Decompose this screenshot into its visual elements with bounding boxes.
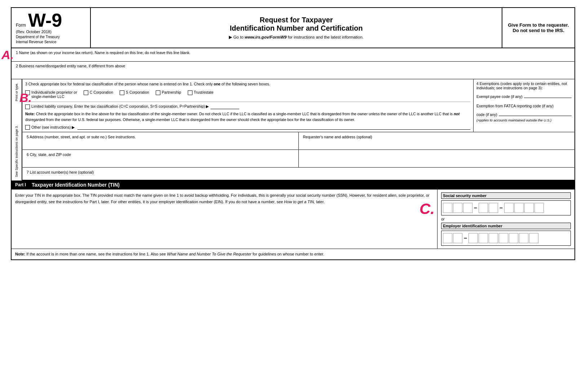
ssn-cell-4[interactable] [479, 203, 488, 213]
part1-note: Note: If the account is in more than one… [12, 249, 574, 259]
ein-cell-3[interactable] [469, 233, 478, 243]
llc-input[interactable] [210, 104, 239, 109]
fatca-label: Exemption from FATCA reporting code (if … [476, 104, 572, 108]
note-body: Check the appropriate box in the line ab… [36, 112, 453, 116]
form-w9: Form W-9 (Rev. October 2018) Department … [11, 7, 575, 260]
part1-what-name: What Name and Number To Give the Request… [167, 252, 251, 256]
city-row: 6 City, state, and ZIP code [22, 150, 574, 168]
part1-title: Taxpayer Identification Number (TIN) [32, 182, 120, 188]
checkbox-llc-box[interactable] [25, 104, 30, 109]
checkbox-c-corp-box[interactable] [84, 90, 88, 95]
note-body2: disregarded from the owner for U.S. fede… [25, 117, 355, 122]
header-center: Request for Taxpayer Identification Numb… [91, 8, 502, 48]
dept-info: Department of the Treasury Internal Reve… [16, 35, 86, 45]
ein-cell-4[interactable] [479, 233, 488, 243]
ssn-dash-1: – [474, 205, 477, 211]
note-label: Note: [25, 112, 35, 116]
ssn-cell-3[interactable] [463, 203, 472, 213]
form-id-section: Form W-9 (Rev. October 2018) Department … [12, 8, 91, 48]
checkbox-trust-label: Trust/estate [194, 90, 214, 94]
go-to-suffix: for instructions and the latest informat… [288, 35, 363, 39]
checkbox-partnership: Partnership [156, 90, 181, 95]
field3-header: 3 Check appropriate box for federal tax … [25, 82, 213, 86]
ssn-cell-2[interactable] [453, 203, 462, 213]
section4: 4 Exemptions (codes apply only to certai… [474, 79, 574, 132]
give-form-text: Give Form to the requester. Do not send … [502, 8, 574, 48]
code-if-any: code (if any) [476, 112, 497, 117]
part1-note-text2: for guidelines on whose number to enter. [253, 252, 324, 256]
ssn-group2 [479, 203, 498, 213]
field5-left: 5 Address (number, street, and apt. or s… [22, 132, 299, 150]
ssn-cell-8[interactable] [524, 203, 534, 213]
field1-row: 1 Name (as shown on your income tax retu… [12, 48, 574, 62]
part1-body-text: Enter your TIN in the appropriate box. T… [15, 193, 429, 204]
go-to-url: www.irs.gov/FormW9 [245, 35, 287, 39]
sections-3-4: B. 3 Check appropriate box for federal t… [22, 79, 574, 132]
dept-line1: Department of the Treasury [16, 35, 86, 40]
go-to-prefix: ▶ Go to [229, 35, 243, 39]
ein-group1 [443, 233, 462, 243]
ein-cell-8[interactable] [519, 233, 528, 243]
ssn-cell-1[interactable] [443, 203, 452, 213]
field6-label: 6 City, state, and ZIP code [25, 151, 296, 157]
note-not: not [454, 112, 460, 116]
main-subtitle: Identification Number and Certification [230, 24, 363, 32]
other-input[interactable] [77, 125, 470, 130]
ssn-dash-2: – [500, 205, 503, 211]
ein-cell-1[interactable] [443, 233, 452, 243]
ein-cell-6[interactable] [499, 233, 508, 243]
annotation-B-letter: B. [19, 91, 32, 105]
exempt-payee-label: Exempt payee code (if any) [476, 94, 523, 99]
section3: 3 Check appropriate box for federal tax … [22, 79, 474, 132]
checkbox-trust-box[interactable] [188, 90, 192, 95]
main-content: B. 3 Check appropriate box for federal t… [22, 79, 574, 181]
section34-outer: Print or type. See Specific Instructions… [12, 79, 574, 181]
applies-note: (Applies to accounts maintained outside … [476, 118, 572, 122]
checkbox-other-box[interactable] [25, 125, 30, 130]
address-row: 5 Address (number, street, and apt. or s… [22, 132, 574, 150]
field5-right: Requester's name and address (optional) [299, 132, 575, 150]
ssn-cell-7[interactable] [514, 203, 524, 213]
ein-cell-5[interactable] [489, 233, 498, 243]
ssn-group3 [504, 203, 544, 213]
field3-suffix: of the following seven boxes. [222, 82, 270, 86]
sidebar-print-text: Print or type. [14, 81, 19, 103]
ssn-cell-6[interactable] [504, 203, 514, 213]
ein-cell-7[interactable] [509, 233, 518, 243]
field7-row: 7 List account number(s) here (optional) [22, 168, 574, 181]
ssn-cell-9[interactable] [534, 203, 544, 213]
fatca-input[interactable] [499, 111, 572, 116]
checkbox-partnership-label: Partnership [162, 90, 181, 94]
field2-row: 2 Business name/disregarded entity name,… [12, 62, 574, 79]
checkbox-trust: Trust/estate [188, 90, 214, 95]
rev-date: (Rev. October 2018) [16, 30, 86, 34]
field6-right [299, 150, 575, 167]
checkbox-c-corp-label: C Corporation [90, 90, 113, 94]
field5-label: 5 Address (number, street, and apt. or s… [25, 134, 296, 139]
part1-note-label: Note: [15, 252, 25, 256]
other-row: Other (see instructions) ▶ [25, 125, 470, 130]
field6-left: 6 City, state, and ZIP code [22, 150, 299, 167]
field1-label: 1 Name (as shown on your income tax retu… [14, 49, 572, 55]
checkbox-s-corp-box[interactable] [120, 90, 124, 95]
checkbox-partnership-box[interactable] [156, 90, 160, 95]
field3-one: one [214, 82, 221, 86]
checkbox-individual: Individual/sole proprietor or single-mem… [25, 90, 77, 99]
ssn-boxes: – – [441, 200, 571, 215]
exempt-payee-input[interactable] [524, 93, 572, 98]
ssn-cell-5[interactable] [489, 203, 498, 213]
or-text: or [441, 217, 571, 221]
section3-header: 3 Check appropriate box for federal tax … [25, 81, 470, 87]
ssn-label: Social security number [441, 192, 571, 199]
ein-cell-2[interactable] [453, 233, 462, 243]
annotation-A: A. [1, 48, 14, 62]
checkbox-c-corp: C Corporation [84, 90, 113, 95]
ssn-group1 [443, 203, 472, 213]
annotation-C: C. [419, 200, 435, 218]
part1-how-to-get: How to get a TIN, [284, 200, 315, 204]
ein-cell-9[interactable] [529, 233, 538, 243]
exempt-payee-line: Exempt payee code (if any) [476, 93, 572, 99]
ein-boxes: – [441, 231, 571, 246]
checkbox-s-corp: S Corporation [120, 90, 149, 95]
main-title: Request for Taxpayer [259, 16, 333, 24]
